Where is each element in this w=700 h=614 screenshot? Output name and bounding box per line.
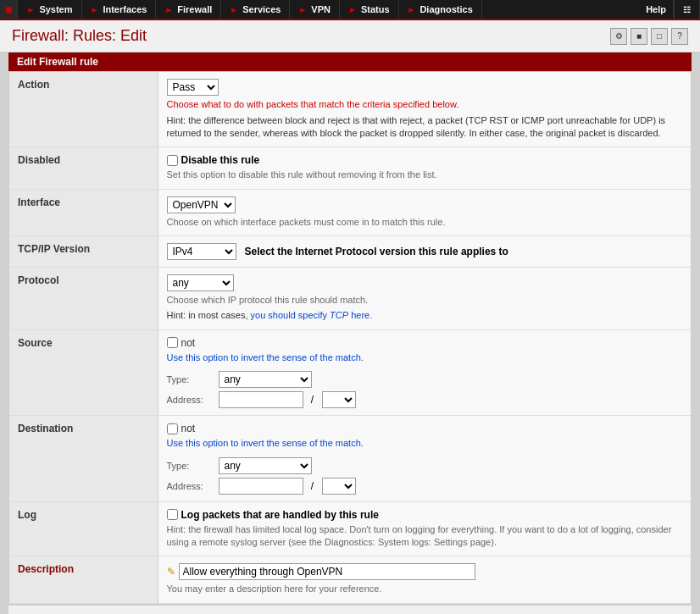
source-not-row: not [167,337,683,349]
bottom-buttons: Save Cancel [8,605,692,614]
description-content: ✎ You may enter a description here for y… [158,556,691,603]
nav-firewall[interactable]: ► Firewall [156,0,221,19]
nav-arrow-interfaces: ► [91,5,99,14]
main-content: Action Pass Block Reject Choose what to … [8,71,692,605]
action-hint1: Choose what to do with packets that matc… [167,97,683,112]
destination-address-row: Address: / [167,478,683,495]
nav-help[interactable]: Help [639,0,674,19]
section-header: Edit Firewall rule [8,53,692,71]
source-address-label: Address: [167,395,214,405]
tcpip-content: IPv4 IPv6 IPv4+IPv6 Select the Internet … [158,236,691,268]
protocol-hint-link[interactable]: you should specify TCP here [251,310,370,320]
destination-label: Destination [9,416,158,501]
header-icon-help[interactable]: ? [671,28,688,45]
nav-arrow-diagnostics: ► [408,5,416,14]
description-hint: You may enter a description here for you… [167,583,683,595]
logo-item: ■ [0,0,18,19]
header-icons: ⚙ ■ □ ? [610,28,688,45]
tcpip-inline-label: Select the Internet Protocol version thi… [245,246,508,257]
nav-services[interactable]: ► Services [221,0,290,19]
destination-address-label: Address: [167,481,214,491]
source-type-select[interactable]: any Single host or alias Network WAN sub… [219,371,312,388]
interface-hint: Choose on which interface packets must c… [167,216,683,229]
destination-not-label: not [181,423,196,434]
source-row: Source not Use this option to invert the… [9,329,691,415]
action-content: Pass Block Reject Choose what to do with… [158,72,691,147]
destination-address-select[interactable] [322,478,356,495]
header-icon-window[interactable]: □ [651,28,668,45]
source-label: Source [9,329,158,415]
source-type-row: Type: any Single host or alias Network W… [167,371,683,388]
nav-arrow-firewall: ► [164,5,173,14]
tcpip-row: TCP/IP Version IPv4 IPv6 IPv4+IPv6 Selec… [9,236,691,268]
disabled-checkbox[interactable] [167,155,178,166]
protocol-row: Protocol any TCP UDP TCP/UDP ICMP ESP AH… [9,268,691,330]
destination-not-hint-link[interactable]: Use this option to invert the sense of t… [167,438,364,448]
log-checkbox[interactable] [167,509,178,520]
interface-label: Interface [9,189,158,235]
destination-address-input[interactable] [219,478,303,495]
source-type-label: Type: [167,374,214,384]
action-row: Action Pass Block Reject Choose what to … [9,72,691,147]
destination-content: not Use this option to invert the sense … [158,416,691,501]
interface-content: OpenVPN WAN LAN Choose on which interfac… [158,189,691,235]
source-address-input[interactable] [219,391,303,408]
source-not-checkbox[interactable] [167,337,178,348]
tcpip-label: TCP/IP Version [9,236,158,268]
nav-vpn[interactable]: ► VPN [290,0,340,19]
nav-arrow-vpn: ► [298,5,307,14]
nav-system[interactable]: ► System [18,0,81,19]
page-title: Firewall: Rules: Edit [12,27,147,45]
log-inline-label: Log packets that are handled by this rul… [181,509,379,521]
form-table: Action Pass Block Reject Choose what to … [9,72,691,604]
destination-not-row: not [167,423,683,434]
app-wrapper: ■ ► System ► Interfaces ► Firewall ► Ser… [0,0,700,614]
interface-select[interactable]: OpenVPN WAN LAN [167,196,236,213]
log-row: Log Log packets that are handled by this… [9,501,691,556]
protocol-label: Protocol [9,268,158,330]
interface-row: Interface OpenVPN WAN LAN Choose on whic… [9,189,691,235]
source-address-row: Address: / [167,391,683,408]
disabled-content: Disable this rule Set this option to dis… [158,147,691,189]
description-input[interactable] [179,563,475,580]
pencil-icon: ✎ [167,566,175,578]
source-address-select[interactable] [322,391,356,408]
destination-not-checkbox[interactable] [167,423,178,434]
source-not-hint-link[interactable]: Use this option to invert the sense of t… [167,352,364,362]
top-nav: ■ ► System ► Interfaces ► Firewall ► Ser… [0,0,700,20]
tcpip-select[interactable]: IPv4 IPv6 IPv4+IPv6 [167,243,236,260]
log-content: Log packets that are handled by this rul… [158,501,691,556]
log-hint: Hint: the firewall has limited local log… [167,523,683,550]
log-label: Log [9,501,158,556]
source-not-label: not [181,337,196,349]
disabled-hint: Set this option to disable this rule wit… [167,169,683,181]
header-icon-info[interactable]: ■ [631,28,647,45]
protocol-hint2: Hint: in most cases, you should specify … [167,309,683,322]
description-row: Description ✎ You may enter a descriptio… [9,556,691,603]
disabled-inline-label: Disable this rule [181,154,260,166]
protocol-hint1: Choose which IP protocol this rule shoul… [167,294,683,307]
protocol-select[interactable]: any TCP UDP TCP/UDP ICMP ESP AH GRE [167,274,234,291]
destination-not-hint: Use this option to invert the sense of t… [167,437,683,450]
nav-interfaces[interactable]: ► Interfaces [82,0,157,19]
action-hint2: Hint: the difference between block and r… [167,114,683,141]
action-label: Action [9,72,158,147]
nav-diagnostics[interactable]: ► Diagnostics [399,0,482,19]
nav-arrow-system: ► [26,5,35,14]
nav-status[interactable]: ► Status [340,0,399,19]
destination-type-select[interactable]: any Single host or alias Network WAN sub… [219,457,312,474]
nav-extra-icon[interactable]: ☷ [674,0,700,19]
source-content: not Use this option to invert the sense … [158,329,691,415]
inner-content: Edit Firewall rule Action Pass Block Rej… [8,53,692,614]
destination-row: Destination not Use this option to inver… [9,416,691,501]
description-label: Description [9,556,158,603]
source-not-hint: Use this option to invert the sense of t… [167,351,683,364]
nav-arrow-status: ► [348,5,357,14]
nav-arrow-services: ► [230,5,238,14]
disabled-label: Disabled [9,147,158,189]
header-icon-settings[interactable]: ⚙ [610,28,627,45]
page-header: Firewall: Rules: Edit ⚙ ■ □ ? [0,20,700,53]
destination-type-label: Type: [167,461,214,471]
action-select[interactable]: Pass Block Reject [167,79,219,96]
disabled-row: Disabled Disable this rule Set this opti… [9,147,691,189]
